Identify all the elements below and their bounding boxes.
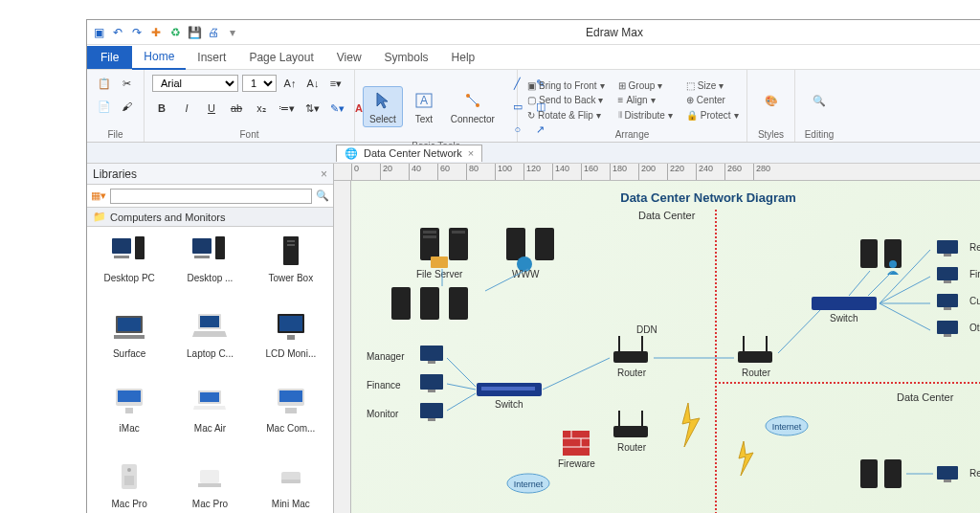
monitor-icon[interactable] — [935, 265, 960, 284]
align-text-icon[interactable]: ≡▾ — [326, 74, 345, 93]
line-spacing-icon[interactable]: ⇅▾ — [302, 99, 322, 118]
protect-cmd[interactable]: 🔒 Protect ▾ — [684, 108, 741, 122]
editing-button[interactable]: 🔍 — [802, 87, 836, 114]
shape-mac-pro-2[interactable]: Mac Pro — [171, 457, 248, 514]
svg-rect-83 — [937, 294, 958, 307]
format-painter-icon[interactable]: 🖌 — [118, 97, 137, 116]
size-cmd[interactable]: ⬚ Size ▾ — [684, 79, 741, 92]
monitor-icon[interactable] — [935, 292, 960, 311]
menu-home[interactable]: Home — [132, 45, 186, 70]
cloud-icon[interactable]: Internet — [763, 411, 811, 437]
shape-lcd-monitor[interactable]: LCD Moni... — [253, 306, 329, 378]
server-icon[interactable] — [447, 227, 470, 261]
close-tab-icon[interactable]: × — [468, 147, 474, 159]
bring-to-front[interactable]: ▣ Bring to Front ▾ — [525, 79, 607, 92]
shape-desktop-2[interactable]: Desktop ... — [171, 231, 248, 302]
server-icon[interactable] — [418, 286, 441, 321]
svg-rect-46 — [391, 287, 411, 320]
subscript-icon[interactable]: x₂ — [252, 99, 271, 118]
canvas-area: 020406080100120140160180200220240260280 … — [334, 164, 980, 513]
sidebar-category[interactable]: 📁 Computers and Monitors — [87, 208, 333, 227]
menu-help[interactable]: Help — [440, 46, 487, 69]
svg-rect-49 — [420, 346, 443, 361]
dropdown-icon[interactable]: ▾ — [225, 25, 240, 40]
shape-mini-mac[interactable]: Mini Mac — [253, 457, 329, 514]
shape-mac-air[interactable]: Mac Air — [171, 381, 248, 453]
decrease-font-icon[interactable]: A↓ — [303, 74, 323, 93]
switch-icon[interactable] — [476, 382, 543, 397]
router-icon[interactable] — [610, 334, 652, 367]
menu-insert[interactable]: Insert — [186, 46, 237, 69]
menu-symbols[interactable]: Symbols — [373, 46, 440, 69]
monitor-icon[interactable] — [935, 464, 960, 483]
undo-icon[interactable]: ↶ — [110, 25, 125, 40]
document-tab[interactable]: 🌐 Data Center Network × — [336, 145, 482, 162]
svg-rect-15 — [118, 318, 141, 331]
router-icon[interactable] — [734, 334, 776, 367]
shape-mac-computer[interactable]: Mac Com... — [253, 381, 329, 453]
monitor-icon[interactable] — [418, 401, 445, 422]
recycle-icon[interactable]: ♻ — [167, 25, 183, 40]
shape-tower-box[interactable]: Tower Box — [253, 231, 329, 302]
file-menu[interactable]: File — [87, 46, 132, 69]
redo-icon[interactable]: ↷ — [129, 25, 145, 40]
shape-mac-pro-1[interactable]: Mac Pro — [91, 457, 167, 514]
monitor-icon[interactable] — [935, 238, 960, 257]
router-icon[interactable] — [610, 409, 652, 441]
shape-desktop-pc[interactable]: Desktop PC — [91, 231, 167, 302]
bold-icon[interactable]: B — [152, 99, 171, 118]
align-cmd[interactable]: ≡ Align ▾ — [616, 94, 675, 106]
bullets-icon[interactable]: ≔▾ — [277, 99, 297, 118]
shape-surface[interactable]: Surface — [91, 306, 167, 378]
monitor-icon[interactable] — [418, 344, 445, 365]
menu-page-layout[interactable]: Page Layout — [237, 46, 324, 69]
distribute-cmd[interactable]: ⫴ Distribute ▾ — [616, 108, 675, 122]
print-icon[interactable]: 🖨 — [206, 25, 221, 40]
switch-icon[interactable] — [811, 296, 878, 311]
diagram-canvas[interactable]: Data Center Network Diagram Data Center … — [351, 181, 980, 513]
server-icon[interactable] — [858, 458, 880, 489]
cloud-icon[interactable]: Internet — [504, 468, 552, 495]
server-icon[interactable] — [390, 286, 412, 321]
strike-icon[interactable]: ab — [227, 99, 246, 118]
menu-view[interactable]: View — [325, 46, 373, 69]
select-tool[interactable]: Select — [363, 86, 403, 127]
group-cmd[interactable]: ⊞ Group ▾ — [616, 79, 675, 92]
server-icon[interactable] — [533, 227, 556, 261]
shape-imac[interactable]: iMac — [91, 381, 167, 453]
styles-button[interactable]: 🎨 — [754, 87, 789, 114]
paste-icon[interactable]: 📋 — [95, 74, 114, 93]
copy-icon[interactable]: 📄 — [95, 97, 114, 116]
save-icon[interactable]: 💾 — [187, 25, 202, 40]
search-input[interactable] — [110, 189, 312, 204]
increase-font-icon[interactable]: A↑ — [280, 74, 300, 93]
server-icon[interactable] — [447, 286, 470, 321]
font-size-select[interactable]: 10 — [242, 75, 277, 92]
italic-icon[interactable]: I — [177, 99, 196, 118]
send-to-back[interactable]: ▢ Send to Back ▾ — [525, 94, 607, 106]
text-tool[interactable]: A Text — [407, 87, 441, 126]
shape-laptop[interactable]: Laptop C... — [171, 306, 248, 378]
monitor-icon[interactable] — [418, 372, 445, 393]
connector-tool[interactable]: Connector — [445, 87, 501, 126]
font-family-select[interactable]: Arial — [152, 75, 238, 92]
ribbon-group-arrange: Arrange — [525, 127, 739, 140]
svg-rect-75 — [860, 239, 878, 268]
new-icon[interactable]: ✚ — [148, 25, 164, 40]
cut-icon[interactable]: ✂ — [118, 74, 137, 93]
rotate-cmd[interactable]: ↻ Rotate & Flip ▾ — [525, 108, 607, 122]
server-icon[interactable] — [882, 458, 903, 489]
others-label: Others — [969, 323, 980, 333]
search-icon[interactable]: 🔍 — [316, 190, 329, 202]
svg-rect-54 — [428, 418, 435, 421]
library-icon[interactable]: ▦▾ — [91, 190, 106, 202]
monitor-icon[interactable] — [935, 319, 960, 338]
highlight-icon[interactable]: ✎▾ — [327, 99, 346, 118]
underline-icon[interactable]: U — [202, 99, 221, 118]
center-cmd[interactable]: ⊕ Center — [684, 94, 741, 106]
svg-line-100 — [880, 277, 930, 303]
server-icon[interactable] — [858, 238, 880, 269]
window-title: Edraw Max — [240, 26, 980, 39]
firewall-icon[interactable] — [562, 430, 590, 457]
close-sidebar-icon[interactable]: × — [321, 167, 327, 181]
